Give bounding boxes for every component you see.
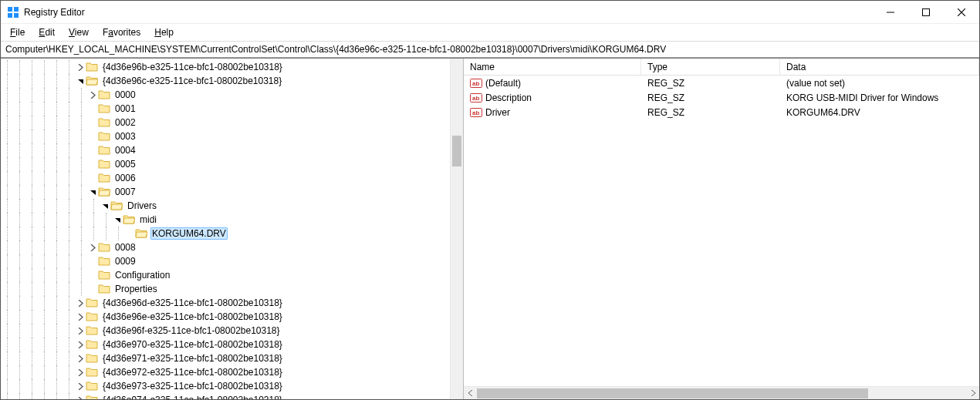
twisty-empty: [124, 227, 135, 240]
tree-node-guid_71[interactable]: {4d36e971-e325-11ce-bfc1-08002be10318}: [1, 351, 450, 365]
scroll-track[interactable]: [477, 387, 966, 400]
minimize-button[interactable]: [873, 1, 908, 24]
chevron-right-icon[interactable]: [75, 296, 86, 310]
tree-node-guid_6c[interactable]: {4d36e96c-e325-11ce-bfc1-08002be10318}: [1, 74, 450, 88]
chevron-right-icon[interactable]: [75, 393, 86, 399]
maximize-button[interactable]: [908, 1, 944, 24]
tree-scrollbar[interactable]: [450, 59, 463, 399]
folder-icon: [135, 227, 147, 240]
tree-label[interactable]: {4d36e96d-e325-11ce-bfc1-08002be10318}: [101, 297, 284, 308]
tree-label[interactable]: 0004: [113, 145, 137, 156]
tree-node-n0001[interactable]: 0001: [1, 102, 450, 116]
column-type[interactable]: Type: [641, 59, 780, 75]
tree-node-configuration[interactable]: Configuration: [1, 268, 450, 282]
tree-node-guid_6e[interactable]: {4d36e96e-e325-11ce-bfc1-08002be10318}: [1, 310, 450, 324]
tree-label[interactable]: 0008: [113, 242, 137, 253]
column-data[interactable]: Data: [780, 59, 979, 75]
tree-node-n0000[interactable]: 0000: [1, 88, 450, 102]
scroll-left-button[interactable]: [464, 387, 477, 400]
tree-label[interactable]: Properties: [113, 284, 159, 294]
tree-node-n0002[interactable]: 0002: [1, 116, 450, 129]
tree-node-n0007[interactable]: 0007: [1, 185, 450, 199]
tree-label[interactable]: {4d36e96b-e325-11ce-bfc1-08002be10318}: [101, 62, 284, 72]
chevron-right-icon[interactable]: [75, 365, 86, 379]
tree-node-n0004[interactable]: 0004: [1, 143, 450, 157]
chevron-right-icon[interactable]: [75, 324, 86, 338]
tree-node-guid_6f[interactable]: {4d36e96f-e325-11ce-bfc1-08002be10318}: [1, 324, 450, 338]
tree-label[interactable]: 0005: [113, 159, 137, 170]
chevron-right-icon[interactable]: [75, 60, 86, 74]
tree-node-drivers[interactable]: Drivers: [1, 199, 450, 213]
tree-node-n0009[interactable]: 0009: [1, 254, 450, 268]
chevron-down-icon[interactable]: [100, 199, 110, 213]
tree-pane: {4d36e96b-e325-11ce-bfc1-08002be10318}{4…: [1, 59, 464, 399]
tree-label[interactable]: 0003: [113, 131, 137, 142]
tree-node-guid_6b[interactable]: {4d36e96b-e325-11ce-bfc1-08002be10318}: [1, 60, 450, 74]
tree-node-n0006[interactable]: 0006: [1, 171, 450, 185]
tree-label[interactable]: {4d36e96f-e325-11ce-bfc1-08002be10318}: [101, 325, 282, 336]
scroll-right-button[interactable]: [966, 387, 979, 400]
address-path[interactable]: Computer\HKEY_LOCAL_MACHINE\SYSTEM\Curre…: [5, 44, 666, 55]
folder-icon: [86, 338, 98, 351]
tree-label[interactable]: 0000: [113, 89, 137, 100]
tree-node-midi[interactable]: midi: [1, 213, 450, 227]
tree-label[interactable]: {4d36e974-e325-11ce-bfc1-08002be10318}: [101, 395, 284, 399]
tree-label[interactable]: Configuration: [113, 270, 171, 281]
chevron-down-icon[interactable]: [75, 74, 86, 88]
chevron-right-icon[interactable]: [75, 351, 86, 365]
tree-node-properties[interactable]: Properties: [1, 282, 450, 296]
address-bar[interactable]: Computer\HKEY_LOCAL_MACHINE\SYSTEM\Curre…: [1, 41, 979, 58]
chevron-down-icon[interactable]: [112, 213, 123, 227]
tree-label[interactable]: 0002: [113, 117, 137, 128]
tree-node-n0005[interactable]: 0005: [1, 157, 450, 171]
chevron-right-icon[interactable]: [75, 310, 86, 324]
tree-node-n0008[interactable]: 0008: [1, 240, 450, 254]
tree-node-guid_72[interactable]: {4d36e972-e325-11ce-bfc1-08002be10318}: [1, 365, 450, 379]
folder-icon: [110, 200, 123, 212]
menu-view[interactable]: View: [63, 25, 95, 39]
tree-label[interactable]: {4d36e96e-e325-11ce-bfc1-08002be10318}: [101, 311, 284, 322]
folder-icon: [86, 366, 98, 378]
chevron-right-icon[interactable]: [87, 88, 98, 102]
folder-icon: [98, 255, 110, 267]
tree-node-n0003[interactable]: 0003: [1, 129, 450, 143]
menu-file[interactable]: File: [4, 25, 31, 39]
tree-label[interactable]: Drivers: [126, 200, 158, 211]
tree-label[interactable]: {4d36e972-e325-11ce-bfc1-08002be10318}: [101, 367, 284, 378]
tree-label[interactable]: {4d36e96c-e325-11ce-bfc1-08002be10318}: [101, 76, 283, 86]
value-row[interactable]: DescriptionREG_SZKORG USB-MIDI Driver fo…: [464, 90, 979, 105]
chevron-down-icon[interactable]: [87, 185, 98, 199]
tree-node-guid_6d[interactable]: {4d36e96d-e325-11ce-bfc1-08002be10318}: [1, 296, 450, 310]
tree-label[interactable]: 0009: [113, 256, 137, 267]
tree-label[interactable]: 0001: [113, 103, 137, 114]
tree-node-guid_74[interactable]: {4d36e974-e325-11ce-bfc1-08002be10318}: [1, 393, 450, 399]
menu-help[interactable]: Help: [148, 25, 180, 39]
chevron-right-icon[interactable]: [87, 240, 98, 254]
menu-edit[interactable]: Edit: [32, 25, 61, 39]
string-value-icon: [470, 92, 482, 104]
registry-tree[interactable]: {4d36e96b-e325-11ce-bfc1-08002be10318}{4…: [1, 59, 450, 399]
tree-node-korgum[interactable]: KORGUM64.DRV: [1, 227, 450, 240]
tree-label[interactable]: KORGUM64.DRV: [150, 227, 228, 240]
horizontal-scrollbar[interactable]: [464, 386, 979, 399]
tree-label[interactable]: {4d36e970-e325-11ce-bfc1-08002be10318}: [101, 339, 284, 350]
tree-label[interactable]: midi: [138, 214, 158, 225]
tree-label[interactable]: {4d36e973-e325-11ce-bfc1-08002be10318}: [101, 381, 284, 392]
values-header[interactable]: Name Type Data: [464, 59, 979, 76]
chevron-right-icon[interactable]: [75, 379, 86, 393]
scroll-thumb[interactable]: [477, 388, 868, 398]
value-row[interactable]: DriverREG_SZKORGUM64.DRV: [464, 105, 979, 119]
tree-label[interactable]: {4d36e971-e325-11ce-bfc1-08002be10318}: [101, 353, 284, 364]
menu-favorites[interactable]: Favorites: [96, 25, 147, 39]
column-name[interactable]: Name: [464, 59, 641, 75]
close-button[interactable]: [944, 1, 979, 24]
values-list[interactable]: (Default)REG_SZ(value not set)Descriptio…: [464, 76, 979, 386]
titlebar[interactable]: Registry Editor: [1, 1, 979, 24]
chevron-right-icon[interactable]: [75, 338, 86, 351]
tree-node-guid_73[interactable]: {4d36e973-e325-11ce-bfc1-08002be10318}: [1, 379, 450, 393]
tree-label[interactable]: 0006: [113, 173, 137, 183]
tree-node-guid_70[interactable]: {4d36e970-e325-11ce-bfc1-08002be10318}: [1, 338, 450, 351]
value-row[interactable]: (Default)REG_SZ(value not set): [464, 76, 979, 90]
scrollbar-thumb[interactable]: [452, 136, 461, 166]
tree-label[interactable]: 0007: [113, 187, 137, 197]
